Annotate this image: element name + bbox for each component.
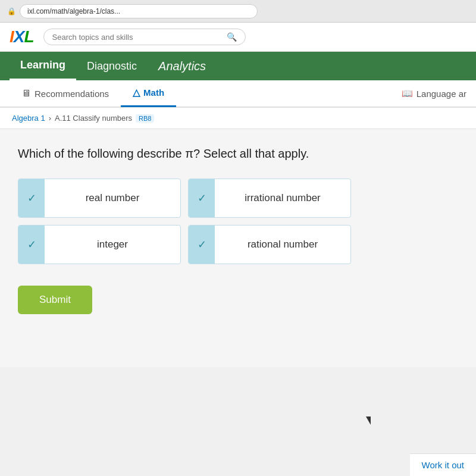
logo-i: I xyxy=(10,27,14,46)
search-input[interactable] xyxy=(52,33,227,42)
tab-math[interactable]: △ Math xyxy=(121,80,176,107)
breadcrumb-separator: › xyxy=(49,114,51,123)
main-content: Which of the following describe π? Selec… xyxy=(0,129,476,367)
tab-bar: 🖥 Recommendations △ Math 📖 Language ar xyxy=(0,80,476,108)
nav-item-learning[interactable]: Learning xyxy=(10,52,76,80)
work-it-out[interactable]: Work it out xyxy=(410,453,476,476)
answer-real-number-label: real number xyxy=(45,192,180,204)
answer-irrational-number-label: irrational number xyxy=(215,192,350,204)
browser-bar: 🔒 ixl.com/math/algebra-1/clas... xyxy=(0,0,476,23)
tab-recommendations-label: Recommendations xyxy=(35,89,109,99)
ixl-logo: IXL xyxy=(10,27,34,46)
url-bar[interactable]: ixl.com/math/algebra-1/clas... xyxy=(20,4,258,18)
logo-x: X xyxy=(14,27,24,46)
math-icon: △ xyxy=(133,87,140,98)
search-icon: 🔍 xyxy=(227,32,237,42)
language-icon: 📖 xyxy=(402,88,413,99)
tab-math-label: Math xyxy=(143,87,164,98)
check-real-number: ✓ xyxy=(18,179,45,217)
breadcrumb-current: A.11 Classify numbers xyxy=(55,114,132,123)
cursor xyxy=(366,416,371,425)
lock-icon: 🔒 xyxy=(7,7,16,15)
search-bar[interactable]: 🔍 xyxy=(43,29,246,45)
check-irrational-number: ✓ xyxy=(189,179,215,217)
answer-real-number[interactable]: ✓ real number xyxy=(18,178,181,218)
nav-item-analytics[interactable]: Analytics xyxy=(148,52,217,80)
check-rational-number: ✓ xyxy=(189,226,215,264)
breadcrumb: Algebra 1 › A.11 Classify numbers RB8 xyxy=(0,108,476,129)
answer-irrational-number[interactable]: ✓ irrational number xyxy=(188,178,351,218)
question-text: Which of the following describe π? Selec… xyxy=(18,147,458,161)
check-integer: ✓ xyxy=(18,226,45,264)
nav-bar: Learning Diagnostic Analytics xyxy=(0,52,476,80)
recommendations-icon: 🖥 xyxy=(21,88,31,99)
answer-rational-number-label: rational number xyxy=(215,239,350,250)
answer-rational-number[interactable]: ✓ rational number xyxy=(188,225,351,264)
breadcrumb-badge: RB8 xyxy=(136,114,154,123)
submit-button[interactable]: Submit xyxy=(18,286,92,314)
answer-grid: ✓ real number ✓ irrational number ✓ inte… xyxy=(18,178,351,264)
answer-integer[interactable]: ✓ integer xyxy=(18,225,181,264)
logo-l: L xyxy=(24,27,33,46)
tab-recommendations[interactable]: 🖥 Recommendations xyxy=(10,80,121,107)
tab-language-label: Language ar xyxy=(416,89,466,99)
ixl-header: IXL 🔍 xyxy=(0,23,476,52)
breadcrumb-parent[interactable]: Algebra 1 xyxy=(12,114,45,123)
answer-integer-label: integer xyxy=(45,239,180,250)
nav-item-diagnostic[interactable]: Diagnostic xyxy=(76,52,148,80)
tab-language[interactable]: 📖 Language ar xyxy=(402,88,466,99)
